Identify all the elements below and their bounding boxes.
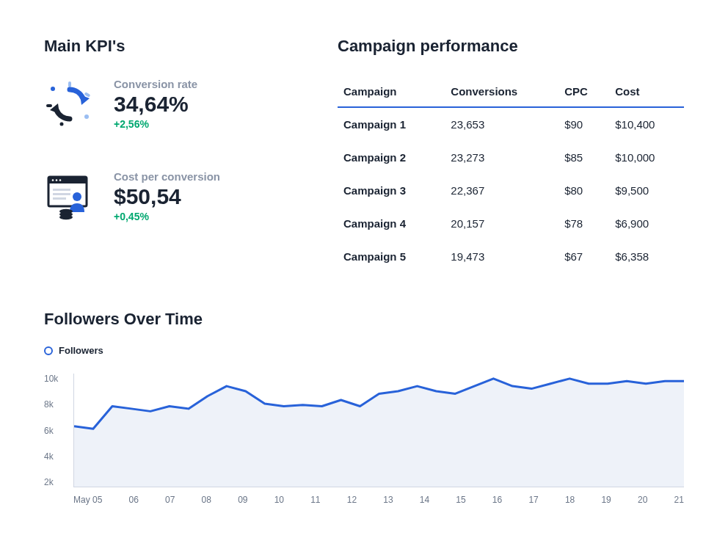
x-tick: 06: [129, 495, 139, 509]
svg-rect-3: [46, 104, 52, 107]
table-cell: $67: [558, 240, 609, 273]
kpi-label: Cost per conversion: [114, 170, 220, 183]
x-tick: 11: [310, 495, 320, 509]
x-tick: 17: [528, 495, 538, 509]
table-row: Campaign 519,473$67$6,358: [338, 240, 684, 273]
kpi-value: 34,64%: [114, 92, 197, 117]
table-cell: 20,157: [445, 207, 558, 240]
x-tick: 07: [165, 495, 175, 509]
x-tick: 20: [638, 495, 647, 509]
table-cell: 22,367: [445, 174, 558, 207]
svg-point-0: [51, 87, 55, 91]
table-header: Conversions: [445, 78, 558, 107]
table-cell: 23,273: [445, 141, 558, 174]
table-cell: $6,358: [609, 240, 684, 273]
x-tick: 21: [674, 495, 684, 509]
table-cell: $80: [558, 174, 609, 207]
table-row: Campaign 322,367$80$9,500: [338, 174, 684, 207]
kpi-value: $50,54: [114, 184, 220, 209]
table-cell: $6,900: [609, 207, 684, 240]
svg-rect-9: [48, 177, 87, 183]
y-tick: 2k: [44, 477, 69, 487]
svg-point-11: [56, 179, 58, 181]
legend-label: Followers: [59, 345, 103, 356]
table-cell: Campaign 1: [338, 107, 445, 141]
svg-point-19: [59, 214, 73, 219]
kpi-delta: +0,45%: [114, 211, 220, 222]
table-cell: Campaign 4: [338, 207, 445, 240]
chart-title: Followers Over Time: [44, 310, 684, 329]
svg-rect-14: [53, 193, 70, 195]
x-tick: May 05: [73, 495, 102, 509]
table-cell: $85: [558, 141, 609, 174]
y-tick: 10k: [44, 374, 69, 384]
kpi-label: Conversion rate: [114, 78, 197, 90]
table-header: Cost: [609, 78, 684, 107]
svg-rect-2: [84, 92, 91, 97]
svg-point-10: [52, 179, 54, 181]
table-cell: 23,653: [445, 107, 558, 141]
table-cell: Campaign 5: [338, 240, 445, 273]
legend-marker-icon: [44, 346, 53, 355]
table-cell: Campaign 2: [338, 141, 445, 174]
svg-rect-13: [53, 189, 70, 191]
x-tick: 10: [274, 495, 284, 509]
table-row: Campaign 420,157$78$6,900: [338, 207, 684, 240]
svg-point-7: [60, 122, 64, 126]
x-tick: 15: [456, 495, 465, 509]
campaign-table: Campaign Conversions CPC Cost Campaign 1…: [338, 78, 684, 273]
kpi-card-conversion-rate: Conversion rate 34,64% +2,56%: [44, 78, 286, 130]
table-cell: $78: [558, 207, 609, 240]
table-header: Campaign: [338, 78, 445, 107]
table-cell: $10,400: [609, 107, 684, 141]
y-tick: 6k: [44, 426, 69, 436]
x-tick: 18: [565, 495, 575, 509]
table-cell: $10,000: [609, 141, 684, 174]
svg-rect-15: [53, 197, 66, 200]
table-row: Campaign 123,653$90$10,400: [338, 107, 684, 141]
x-tick: 09: [238, 495, 247, 509]
followers-chart: 10k8k6k4k2k May 050607080910111213141516…: [44, 374, 684, 509]
y-tick: 8k: [44, 399, 69, 410]
x-tick: 19: [601, 495, 611, 509]
campaign-title: Campaign performance: [338, 37, 684, 56]
x-tick: 08: [202, 495, 211, 509]
table-cell: 19,473: [445, 240, 558, 273]
svg-point-6: [84, 114, 89, 119]
y-tick: 4k: [44, 451, 69, 462]
x-tick: 12: [347, 495, 357, 509]
x-tick: 14: [420, 495, 429, 509]
svg-point-12: [59, 179, 62, 181]
refresh-cycle-icon: [44, 79, 95, 130]
kpi-card-cost-per-conversion: Cost per conversion $50,54 +0,45%: [44, 170, 286, 222]
chart-legend: Followers: [44, 345, 684, 356]
svg-rect-1: [68, 81, 71, 87]
table-row: Campaign 223,273$85$10,000: [338, 141, 684, 174]
kpi-delta: +2,56%: [114, 118, 197, 130]
x-tick: 16: [492, 495, 502, 509]
svg-point-16: [73, 192, 81, 201]
kpi-title: Main KPI's: [44, 37, 286, 56]
x-tick: 13: [383, 495, 393, 509]
table-cell: $9,500: [609, 174, 684, 207]
table-cell: $90: [558, 107, 609, 141]
table-header: CPC: [558, 78, 609, 107]
table-cell: Campaign 3: [338, 174, 445, 207]
browser-user-coins-icon: [44, 171, 95, 222]
